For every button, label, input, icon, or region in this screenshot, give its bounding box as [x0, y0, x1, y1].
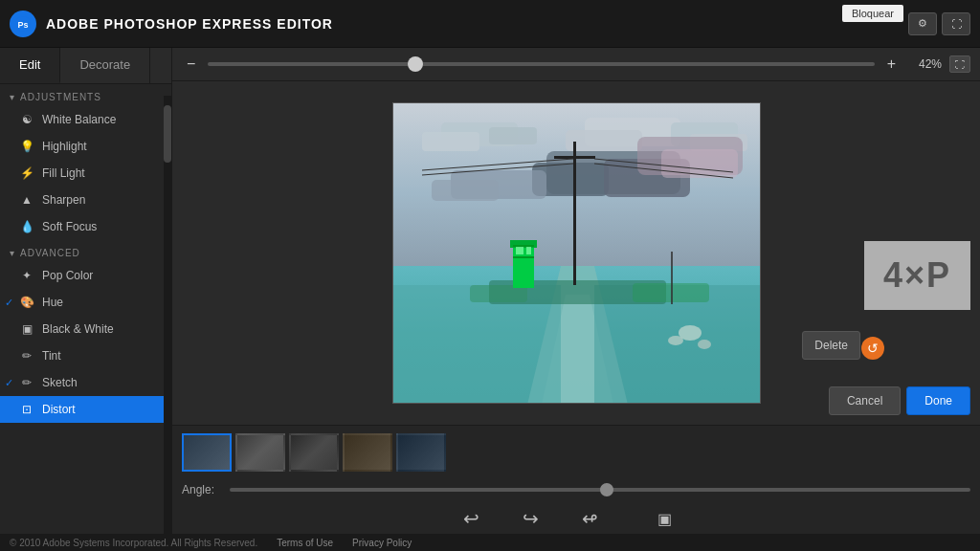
sidebar-scrollbar[interactable] [164, 96, 171, 551]
hue-icon: 🎨 [19, 295, 34, 310]
sketch-icon: ✏ [19, 375, 34, 390]
sidebar-item-black-white[interactable]: ▣ Black & White [0, 316, 171, 342]
pop-color-icon: ✦ [19, 268, 34, 283]
thumbnails-row [172, 426, 980, 479]
highlight-icon: 💡 [19, 139, 34, 154]
svg-rect-16 [661, 149, 738, 178]
sidebar-item-distort[interactable]: ⊡ Distort [0, 396, 171, 423]
angle-label: Angle: [182, 483, 220, 496]
svg-rect-30 [526, 247, 531, 254]
sketch-check: ✓ [5, 377, 13, 389]
watermark: 4×P [864, 241, 970, 310]
sidebar-item-sharpen[interactable]: ▲ Sharpen [0, 187, 171, 213]
sidebar-item-soft-focus[interactable]: 💧 Soft Focus [0, 213, 171, 240]
svg-rect-4 [422, 132, 479, 151]
svg-rect-27 [513, 245, 534, 247]
hue-check: ✓ [5, 297, 13, 309]
svg-rect-32 [554, 156, 595, 159]
redo-icon: ↪ [516, 506, 546, 531]
done-button[interactable]: Done [906, 386, 970, 415]
bloquear-button[interactable]: Bloquear [842, 5, 903, 22]
angle-thumb[interactable] [600, 483, 613, 496]
sidebar-item-highlight[interactable]: 💡 Highlight [0, 133, 171, 160]
sidebar-scroll[interactable]: ADJUSTMENTS ☯ White Balance 💡 Highlight … [0, 84, 171, 551]
section-advanced: ADVANCED [0, 240, 171, 262]
zoom-slider[interactable] [208, 62, 874, 66]
view-original-icon: ▣ [650, 506, 680, 531]
thumbnail-3[interactable] [289, 433, 339, 472]
distort-icon: ⊡ [19, 402, 34, 417]
window-controls: ⚙ ⛶ [908, 12, 970, 35]
title-bar: Ps ADOBE PHOTOSHOP EXPRESS EDITOR Bloque… [0, 0, 980, 48]
sidebar-item-hue[interactable]: ✓ 🎨 Hue [0, 289, 171, 316]
svg-rect-28 [513, 256, 534, 258]
tint-icon: ✏ [19, 348, 34, 364]
sharpen-icon: ▲ [19, 192, 34, 208]
fullscreen-button[interactable]: ⛶ [942, 12, 970, 35]
copyright: © 2010 Adobe Systems Incorporated. All R… [10, 538, 257, 548]
sidebar-item-fill-light[interactable]: ⚡ Fill Light [0, 160, 171, 187]
footer: © 2010 Adobe Systems Incorporated. All R… [0, 534, 980, 551]
angle-slider[interactable] [230, 488, 970, 492]
app-title: ADOBE PHOTOSHOP EXPRESS EDITOR [46, 16, 908, 32]
cancel-button[interactable]: Cancel [829, 386, 901, 415]
thumbnail-5[interactable] [396, 433, 446, 472]
privacy-link[interactable]: Privacy Policy [352, 538, 412, 548]
thumbnail-1[interactable] [182, 433, 232, 472]
svg-point-40 [698, 340, 711, 349]
main-layout: Edit Decorate ADJUSTMENTS ☯ White Balanc… [0, 48, 980, 551]
black-white-icon: ▣ [19, 321, 34, 337]
thumbnail-4[interactable] [343, 433, 392, 472]
zoom-thumb[interactable] [408, 56, 423, 72]
angle-row: Angle: [172, 479, 980, 500]
sidebar-item-pop-color[interactable]: ✦ Pop Color [0, 262, 171, 289]
sidebar: Edit Decorate ADJUSTMENTS ☯ White Balanc… [0, 48, 172, 551]
zoom-bar: − + 42% ⛶ [172, 48, 980, 81]
confirm-buttons: Cancel Done [829, 386, 980, 415]
app-logo: Ps [10, 11, 36, 37]
svg-rect-7 [566, 130, 642, 151]
fill-light-icon: ⚡ [19, 165, 34, 181]
svg-rect-31 [573, 142, 576, 285]
canvas-area: 4×P Delete ↺ Cancel Done [172, 81, 980, 425]
settings-button[interactable]: ⚙ [908, 12, 937, 35]
svg-point-39 [668, 336, 683, 345]
soft-focus-icon: 💧 [19, 219, 34, 234]
svg-rect-14 [432, 180, 499, 201]
white-balance-icon: ☯ [19, 112, 34, 127]
undo-icon: ↩ [457, 506, 487, 531]
terms-link[interactable]: Terms of Use [277, 538, 333, 548]
tab-decorate[interactable]: Decorate [60, 48, 150, 83]
zoom-out-button[interactable]: − [182, 55, 200, 73]
reset-icon: ↫ [575, 506, 606, 531]
section-adjustments: ADJUSTMENTS [0, 84, 171, 106]
svg-rect-37 [671, 252, 673, 304]
scrollbar-thumb[interactable] [164, 105, 171, 163]
zoom-value: 42% [908, 57, 942, 71]
orange-sync-icon[interactable]: ↺ [861, 337, 884, 360]
sidebar-item-tint[interactable]: ✏ Tint [0, 342, 171, 369]
tab-edit[interactable]: Edit [0, 48, 60, 83]
fit-button[interactable]: ⛶ [949, 55, 970, 73]
sidebar-item-sketch[interactable]: ✓ ✏ Sketch [0, 369, 171, 396]
delete-button[interactable]: Delete [802, 331, 860, 360]
svg-rect-5 [489, 127, 537, 144]
svg-rect-29 [516, 247, 523, 254]
svg-text:Ps: Ps [17, 20, 28, 30]
sidebar-item-white-balance[interactable]: ☯ White Balance [0, 106, 171, 133]
zoom-in-button[interactable]: + [882, 55, 901, 73]
photo-canvas [392, 102, 761, 404]
bottom-panel: Angle: ↩ Undo ↪ Redo ↫ Reset [172, 425, 980, 551]
content-area: − + 42% ⛶ [172, 48, 980, 551]
tab-bar: Edit Decorate [0, 48, 171, 84]
thumbnail-2[interactable] [235, 433, 285, 472]
